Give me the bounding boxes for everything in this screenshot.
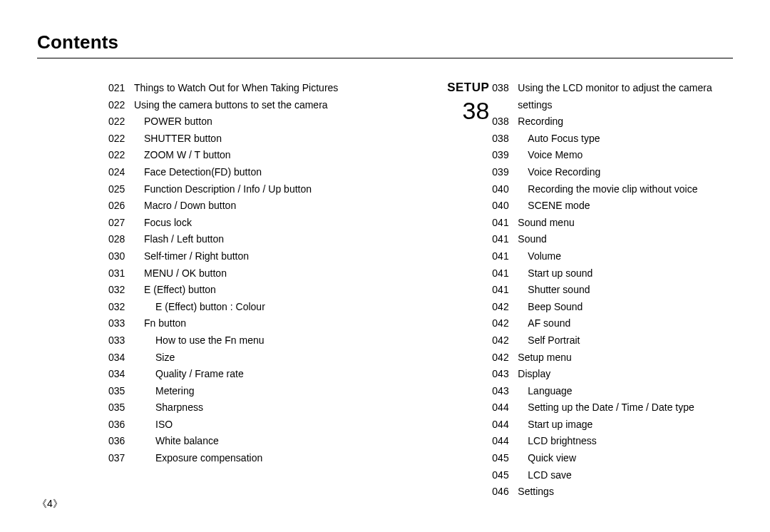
toc-row: 032E (Effect) button : Colour: [108, 299, 428, 316]
toc-text: Size: [134, 349, 428, 367]
toc-text: SCENE mode: [518, 198, 733, 215]
toc-row: 042Setup menu: [492, 349, 733, 367]
toc-row: 026Macro / Down button: [108, 198, 428, 215]
page-title: Contents: [37, 31, 733, 53]
toc-right-column: SETUP 38 038Using the LCD monitor to adj…: [433, 80, 733, 501]
bracket-right: 》: [53, 498, 63, 509]
toc-text: Sound: [518, 231, 733, 248]
toc-row: 035Sharpness: [108, 399, 428, 416]
toc-row: 044Setting up the Date / Time / Date typ…: [492, 399, 733, 416]
toc-page: 041: [492, 248, 518, 265]
toc-row: 034Quality / Frame rate: [108, 366, 428, 383]
toc-page: 022: [108, 113, 134, 131]
toc-text: Voice Recording: [518, 164, 733, 181]
toc-text: Sharpness: [134, 399, 428, 416]
toc-page: 032: [108, 299, 134, 316]
toc-page: 042: [492, 299, 518, 316]
toc-row: 045LCD save: [492, 467, 733, 484]
section-label: SETUP 38: [433, 80, 492, 124]
toc-text: ZOOM W / T button: [134, 147, 428, 164]
bracket-left: 《: [37, 498, 47, 509]
toc-page: 043: [492, 366, 518, 383]
toc-row: 035Metering: [108, 383, 428, 400]
toc-text: Flash / Left button: [134, 231, 428, 248]
toc-page: 028: [108, 231, 134, 248]
toc-page: 046: [492, 484, 518, 501]
toc-row: 031MENU / OK button: [108, 265, 428, 282]
toc-page: 031: [108, 265, 134, 282]
toc-page: 032: [108, 282, 134, 299]
toc-page: 027: [108, 215, 134, 232]
toc-text: Sound menu: [518, 215, 733, 232]
toc-page: 021: [108, 80, 134, 97]
toc-row: 041Sound menu: [492, 215, 733, 232]
toc-text: Shutter sound: [518, 282, 733, 299]
toc-text: POWER button: [134, 113, 428, 131]
toc-page: 040: [492, 198, 518, 215]
toc-page: 034: [108, 366, 134, 383]
page-number: 《4》: [37, 498, 63, 511]
toc-row: 040Recording the movie clip without voic…: [492, 181, 733, 198]
toc-page: 036: [108, 416, 134, 434]
page-number-value: 4: [47, 498, 53, 509]
toc-text: Setting up the Date / Time / Date type: [518, 399, 733, 416]
toc-page: 044: [492, 433, 518, 450]
toc-text: LCD brightness: [518, 433, 733, 450]
toc-page: 042: [492, 349, 518, 367]
toc-text: LCD save: [518, 467, 733, 484]
toc-text: Settings: [518, 484, 733, 501]
toc-page: 022: [108, 147, 134, 164]
toc-text: Face Detection(FD) button: [134, 164, 428, 181]
toc-row: 033How to use the Fn menu: [108, 332, 428, 349]
toc-row: 042AF sound: [492, 315, 733, 332]
toc-row: 043Display: [492, 366, 733, 383]
toc-row: 022ZOOM W / T button: [108, 147, 428, 164]
toc-row: 028Flash / Left button: [108, 231, 428, 248]
toc-row: 041Start up sound: [492, 265, 733, 282]
toc-row: 045Quick view: [492, 450, 733, 467]
toc-page: 036: [108, 433, 134, 450]
toc-page: 038: [492, 80, 518, 113]
toc-page: 037: [108, 450, 134, 467]
toc-text: Self-timer / Right button: [134, 248, 428, 265]
toc-page: 038: [492, 131, 518, 148]
toc-page: 026: [108, 198, 134, 215]
toc-row: 046Settings: [492, 484, 733, 501]
toc-text: Fn button: [134, 315, 428, 332]
toc-row: 044Start up image: [492, 416, 733, 434]
toc-row: 036White balance: [108, 433, 428, 450]
toc-row: 041Shutter sound: [492, 282, 733, 299]
toc-row: 036ISO: [108, 416, 428, 434]
toc-page: 041: [492, 231, 518, 248]
toc-row: 041Volume: [492, 248, 733, 265]
toc-text: White balance: [134, 433, 428, 450]
toc-page: 041: [492, 215, 518, 232]
toc-page: 044: [492, 416, 518, 434]
toc-page: 044: [492, 399, 518, 416]
toc-page: 025: [108, 181, 134, 198]
content-columns: 021Things to Watch Out for When Taking P…: [37, 80, 733, 501]
toc-text: Language: [518, 383, 733, 400]
toc-row: 043Language: [492, 383, 733, 400]
toc-page: 042: [492, 332, 518, 349]
toc-row: 030Self-timer / Right button: [108, 248, 428, 265]
toc-row: 021Things to Watch Out for When Taking P…: [108, 80, 428, 97]
toc-page: 030: [108, 248, 134, 265]
toc-text: Recording: [518, 113, 733, 131]
toc-row: 042Beep Sound: [492, 299, 733, 316]
toc-left-column: 021Things to Watch Out for When Taking P…: [108, 80, 428, 467]
toc-text: SHUTTER button: [134, 131, 428, 148]
toc-text: ISO: [134, 416, 428, 434]
toc-row: 024Face Detection(FD) button: [108, 164, 428, 181]
toc-page: 039: [492, 164, 518, 181]
toc-text: Quick view: [518, 450, 733, 467]
toc-text: How to use the Fn menu: [134, 332, 428, 349]
toc-text: Start up image: [518, 416, 733, 434]
toc-row: 033Fn button: [108, 315, 428, 332]
toc-page: 022: [108, 97, 134, 114]
toc-page: 024: [108, 164, 134, 181]
toc-text: Quality / Frame rate: [134, 366, 428, 383]
title-rule: [37, 58, 733, 58]
toc-text: Things to Watch Out for When Taking Pict…: [134, 80, 428, 97]
toc-row: 038Recording: [492, 113, 733, 131]
